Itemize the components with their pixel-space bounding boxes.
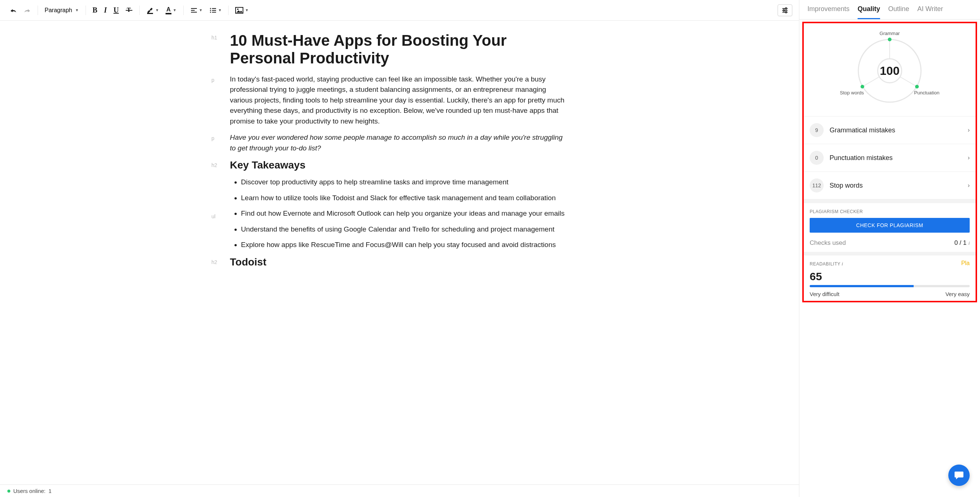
checks-used-row: Checks used 0 / 1 i bbox=[804, 237, 975, 252]
toolbar-separator bbox=[86, 6, 86, 15]
issue-label: Grammatical mistakes bbox=[830, 126, 968, 134]
doc-heading-2[interactable]: Key Takeaways bbox=[230, 159, 569, 171]
doc-heading-1[interactable]: 10 Must-Have Apps for Boosting Your Pers… bbox=[230, 32, 569, 67]
issue-count-badge: 0 bbox=[810, 151, 824, 165]
plagiarism-header: PLAGIARISM CHECKER bbox=[804, 203, 975, 218]
chat-icon bbox=[954, 470, 964, 480]
chat-button[interactable] bbox=[948, 465, 970, 486]
align-button[interactable]: ▼ bbox=[187, 5, 206, 16]
svg-point-6 bbox=[210, 8, 211, 9]
caret-icon: ▼ bbox=[155, 8, 159, 12]
block-tag: h2 bbox=[212, 259, 218, 265]
issue-count-badge: 112 bbox=[810, 178, 824, 193]
block-tag: h2 bbox=[212, 162, 218, 168]
block-tag: h1 bbox=[212, 35, 218, 41]
caret-icon: ▼ bbox=[218, 8, 222, 12]
svg-point-17 bbox=[783, 10, 784, 11]
readability-fill bbox=[810, 285, 914, 287]
tab-improvements[interactable]: Improvements bbox=[807, 5, 850, 19]
users-online-count: 1 bbox=[49, 488, 52, 494]
issue-row-punctuation[interactable]: 0 Punctuation mistakes › bbox=[804, 144, 975, 172]
sliders-icon bbox=[782, 7, 788, 14]
font-color-icon: A bbox=[165, 6, 172, 14]
highlight-icon bbox=[146, 6, 154, 14]
doc-paragraph-italic[interactable]: Have you ever wondered how some people m… bbox=[230, 132, 569, 153]
tab-ai-writer[interactable]: AI Writer bbox=[917, 5, 943, 19]
list-item[interactable]: Find out how Evernote and Microsoft Outl… bbox=[241, 208, 569, 219]
block-style-label: Paragraph bbox=[45, 7, 72, 14]
svg-point-15 bbox=[785, 8, 787, 9]
bold-button[interactable]: B bbox=[90, 4, 100, 17]
users-online-label: Users online: bbox=[13, 488, 46, 494]
editor-pane: Paragraph ▼ B I U T ▼ A ▼ ▼ bbox=[0, 0, 799, 497]
chevron-right-icon: › bbox=[968, 155, 970, 161]
issue-row-grammatical[interactable]: 9 Grammatical mistakes › bbox=[804, 116, 975, 144]
svg-text:T: T bbox=[127, 6, 131, 13]
section-gap bbox=[804, 252, 975, 255]
readability-labels: Very difficult Very easy bbox=[804, 290, 975, 297]
list-item[interactable]: Discover top productivity apps to help s… bbox=[241, 177, 569, 188]
issues-list: 9 Grammatical mistakes › 0 Punctuation m… bbox=[804, 116, 975, 199]
chevron-right-icon: › bbox=[968, 182, 970, 189]
image-icon bbox=[235, 7, 243, 14]
caret-icon: ▼ bbox=[245, 8, 248, 12]
quality-score-value: 100 bbox=[877, 58, 902, 83]
list-button[interactable]: ▼ bbox=[207, 5, 225, 16]
block-tag: p bbox=[212, 77, 215, 83]
doc-list[interactable]: Discover top productivity apps to help s… bbox=[230, 177, 569, 250]
toolbar-separator bbox=[228, 6, 229, 15]
quality-score-chart: 100 Grammar Stop words Punctuation bbox=[804, 23, 975, 116]
svg-point-7 bbox=[210, 10, 211, 11]
info-icon[interactable]: i bbox=[842, 261, 843, 266]
readability-score: 65 bbox=[804, 270, 975, 285]
readability-right-label: Very easy bbox=[945, 291, 970, 297]
svg-point-8 bbox=[210, 11, 211, 13]
checks-used-label: Checks used bbox=[810, 239, 846, 247]
svg-point-13 bbox=[237, 8, 239, 10]
undo-icon bbox=[10, 7, 17, 13]
image-button[interactable]: ▼ bbox=[232, 5, 251, 16]
issue-label: Punctuation mistakes bbox=[830, 154, 968, 162]
issue-row-stop-words[interactable]: 112 Stop words › bbox=[804, 172, 975, 199]
list-icon bbox=[209, 7, 217, 13]
strikethrough-button[interactable]: T bbox=[123, 5, 136, 16]
chevron-right-icon: › bbox=[968, 127, 970, 134]
block-style-dropdown[interactable]: Paragraph ▼ bbox=[42, 5, 82, 16]
side-panel: Improvements Quality Outline AI Writer bbox=[799, 0, 980, 497]
redo-button[interactable] bbox=[21, 5, 34, 16]
svg-point-25 bbox=[861, 85, 864, 89]
block-tag: ul bbox=[212, 213, 216, 219]
issue-label: Stop words bbox=[830, 182, 968, 190]
italic-button[interactable]: I bbox=[101, 4, 110, 17]
editor-settings-button[interactable] bbox=[778, 5, 792, 16]
svg-point-26 bbox=[915, 85, 919, 89]
tab-outline[interactable]: Outline bbox=[888, 5, 909, 19]
svg-point-19 bbox=[785, 11, 787, 13]
caret-icon: ▼ bbox=[75, 8, 79, 12]
status-dot-icon bbox=[7, 490, 10, 492]
list-item[interactable]: Understand the benefits of using Google … bbox=[241, 224, 569, 235]
pla-partial-label: Pla bbox=[961, 260, 970, 266]
underline-button[interactable]: U bbox=[111, 4, 122, 17]
block-tag: p bbox=[212, 135, 215, 141]
list-item[interactable]: Explore how apps like RescueTime and Foc… bbox=[241, 240, 569, 250]
svg-point-24 bbox=[888, 38, 891, 41]
highlight-color-button[interactable]: ▼ bbox=[143, 5, 162, 16]
score-label-grammar: Grammar bbox=[880, 30, 900, 36]
list-item[interactable]: Learn how to utilize tools like Todoist … bbox=[241, 193, 569, 204]
font-color-button[interactable]: A ▼ bbox=[162, 4, 179, 17]
tab-quality[interactable]: Quality bbox=[858, 5, 880, 19]
status-bar: Users online: 1 bbox=[0, 484, 799, 497]
info-icon[interactable]: i bbox=[967, 241, 970, 246]
quality-panel-highlighted: 100 Grammar Stop words Punctuation 9 Gra… bbox=[802, 22, 977, 302]
section-gap bbox=[804, 199, 975, 203]
readability-header: READABILITY i bbox=[804, 255, 975, 270]
undo-button[interactable] bbox=[6, 5, 20, 16]
strikethrough-icon: T bbox=[126, 6, 133, 14]
caret-icon: ▼ bbox=[173, 8, 177, 12]
align-icon bbox=[190, 7, 197, 13]
content-area[interactable]: h1 10 Must-Have Apps for Boosting Your P… bbox=[0, 21, 799, 484]
doc-heading-2[interactable]: Todoist bbox=[230, 256, 569, 268]
check-plagiarism-button[interactable]: CHECK FOR PLAGIARISM bbox=[810, 218, 970, 233]
doc-paragraph[interactable]: In today's fast-paced world, staying pro… bbox=[230, 74, 569, 127]
